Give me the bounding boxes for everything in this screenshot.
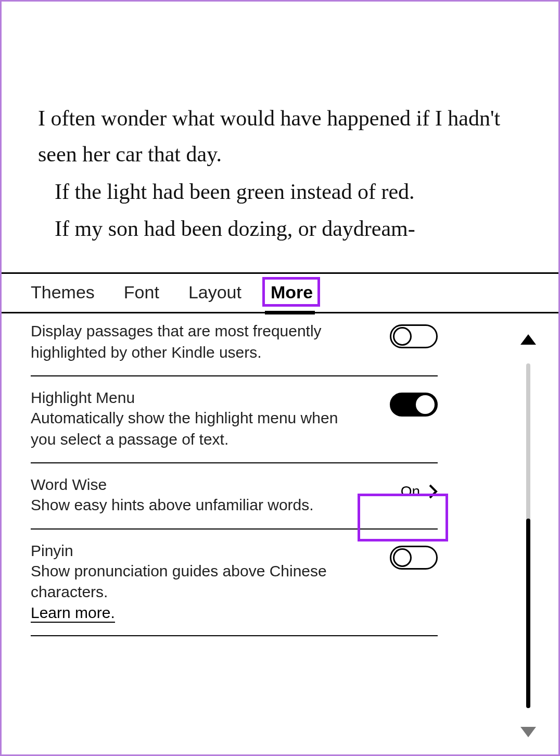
book-paragraph-2: If the light had been green instead of r…	[38, 174, 522, 210]
tab-layout[interactable]: Layout	[188, 282, 241, 306]
word-wise-button[interactable]: On	[401, 483, 438, 500]
setting-title: Word Wise	[31, 476, 314, 494]
highlight-menu-toggle[interactable]	[390, 393, 438, 417]
scroll-down-icon[interactable]	[520, 727, 536, 737]
pinyin-learn-more-link[interactable]: Learn more.	[31, 604, 115, 623]
setting-title: Highlight Menu	[31, 389, 343, 407]
setting-highlight-menu: Highlight Menu Automatically show the hi…	[31, 376, 438, 463]
book-content: I often wonder what would have happened …	[2, 2, 558, 272]
setting-popular-highlights: Display passages that are most frequentl…	[31, 321, 438, 376]
tab-themes[interactable]: Themes	[31, 282, 95, 306]
setting-description: Automatically show the highlight menu wh…	[31, 408, 343, 450]
scroll-thumb[interactable]	[526, 519, 530, 708]
display-settings-tabbar: Themes Font Layout More	[2, 272, 558, 313]
book-paragraph-1: I often wonder what would have happened …	[38, 100, 522, 173]
book-paragraph-3: If my son had been dozing, or daydream-	[38, 211, 522, 247]
tab-more[interactable]: More	[271, 282, 313, 306]
more-settings-panel: Display passages that are most frequentl…	[2, 313, 558, 751]
scroll-up-icon[interactable]	[520, 334, 536, 345]
settings-scrollbar[interactable]	[518, 323, 539, 741]
popular-highlights-toggle[interactable]	[390, 324, 438, 348]
setting-word-wise: Word Wise Show easy hints above unfamili…	[31, 463, 438, 530]
setting-pinyin: Pinyin Show pronunciation guides above C…	[31, 530, 438, 636]
pinyin-toggle[interactable]	[390, 546, 438, 570]
setting-description: Display passages that are most frequentl…	[31, 321, 343, 363]
setting-title: Pinyin	[31, 542, 343, 560]
tab-font[interactable]: Font	[124, 282, 159, 306]
setting-description: Show easy hints above unfamiliar words.	[31, 495, 314, 516]
chevron-right-icon	[428, 484, 438, 499]
setting-description: Show pronunciation guides above Chinese …	[31, 561, 343, 603]
word-wise-value-label: On	[401, 483, 420, 500]
scroll-track[interactable]	[526, 363, 530, 708]
